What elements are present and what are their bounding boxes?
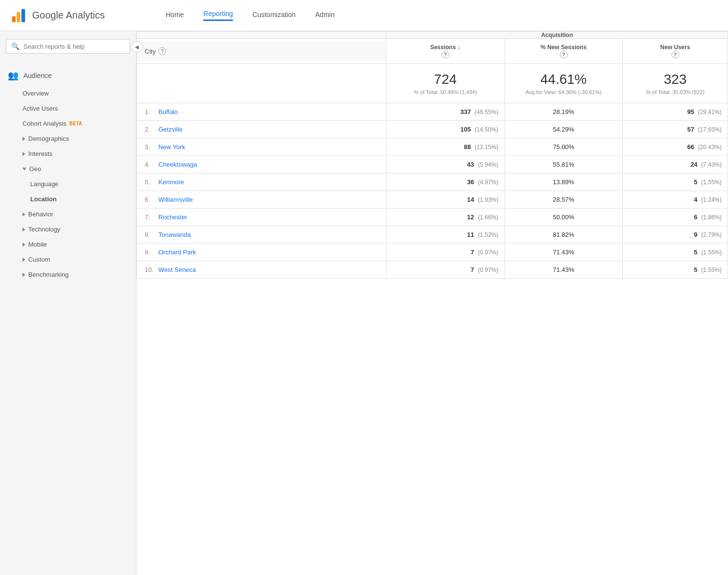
table-row: 7. Rochester 12 (1.66%) 50.00% 6 (1.86%) <box>137 209 728 226</box>
sidebar-item-mobile[interactable]: Mobile <box>0 237 136 252</box>
sessions-pct: (4.97%) <box>478 179 498 186</box>
sidebar-item-technology[interactable]: Technology <box>0 222 136 237</box>
sessions-pct: (14.50%) <box>475 126 498 133</box>
new-users-cell: 5 (1.55%) <box>623 261 728 279</box>
ga-logo-icon <box>10 7 27 24</box>
nav-admin[interactable]: Admin <box>315 11 335 20</box>
sessions-pct: (1.52%) <box>478 231 498 238</box>
svg-rect-2 <box>21 9 25 22</box>
new-users-pct: (1.86%) <box>701 214 722 221</box>
table-row: 9. Orchard Park 7 (0.97%) 71.43% 5 (1.55… <box>137 244 728 261</box>
nav-reporting[interactable]: Reporting <box>203 10 233 21</box>
new-users-value: 66 <box>687 143 694 151</box>
sidebar-item-cohort-analysis[interactable]: Cohort Analysis BETA <box>0 116 136 131</box>
audience-title: Audience <box>23 72 52 79</box>
city-link[interactable]: Buffalo <box>158 108 178 115</box>
city-link[interactable]: Getzville <box>158 126 183 133</box>
sidebar-item-overview[interactable]: Overview <box>0 86 136 101</box>
city-link[interactable]: Williamsville <box>158 196 193 203</box>
new-users-cell: 57 (17.65%) <box>623 121 728 138</box>
new-users-value: 5 <box>694 266 697 273</box>
new-users-pct: (2.79%) <box>701 231 722 238</box>
behavior-triangle-icon <box>22 212 25 216</box>
new-users-cell: 5 (1.55%) <box>623 244 728 261</box>
new-sessions-cell: 71.43% <box>504 261 623 279</box>
sidebar-item-custom[interactable]: Custom <box>0 252 136 267</box>
new-users-help-icon[interactable]: ? <box>671 51 679 58</box>
new-users-value: 4 <box>694 196 697 203</box>
city-help-icon[interactable]: ? <box>158 47 166 55</box>
sidebar-item-location[interactable]: Location <box>0 192 136 207</box>
search-box[interactable]: 🔍 <box>6 39 130 54</box>
sidebar-collapse-button[interactable]: ◀ <box>131 41 143 53</box>
search-input[interactable] <box>23 43 125 50</box>
logo-area: Google Analytics <box>10 7 166 24</box>
new-users-pct: (7.43%) <box>701 161 722 168</box>
row-number: 4. <box>145 161 154 168</box>
new-users-cell: 5 (1.55%) <box>623 173 728 191</box>
new-users-pct: (1.55%) <box>701 249 722 256</box>
sessions-column-header[interactable]: Sessions ↓ ? <box>386 39 505 64</box>
sessions-value: 12 <box>467 213 474 221</box>
table-row: 2. Getzville 105 (14.50%) 54.29% 57 (17.… <box>137 121 728 138</box>
city-link[interactable]: Kenmore <box>158 178 184 186</box>
demographics-triangle-icon <box>22 137 25 141</box>
city-link[interactable]: Rochester <box>158 213 187 221</box>
sidebar-item-interests[interactable]: Interests <box>0 146 136 161</box>
new-sessions-cell: 54.29% <box>504 121 623 138</box>
sessions-value: 14 <box>467 196 474 203</box>
row-number: 8. <box>145 231 154 238</box>
city-link[interactable]: New York <box>158 143 185 151</box>
sidebar-item-demographics[interactable]: Demographics <box>0 131 136 146</box>
new-sessions-cell: 71.43% <box>504 244 623 261</box>
new-users-cell: 6 (1.86%) <box>623 209 728 226</box>
new-users-column-header: New Users ? <box>623 39 728 64</box>
table-row: 5. Kenmore 36 (4.97%) 13.89% 5 (1.55%) <box>137 173 728 191</box>
sidebar-item-geo[interactable]: Geo <box>0 161 136 176</box>
city-link[interactable]: Orchard Park <box>158 249 196 256</box>
new-sessions-cell: 75.00% <box>504 138 623 156</box>
city-link[interactable]: Cheektowaga <box>158 161 197 168</box>
acquisition-header: Acquisition <box>386 32 728 39</box>
sessions-value: 36 <box>467 178 474 186</box>
benchmarking-triangle-icon <box>22 273 25 277</box>
logo-text: Google Analytics <box>32 10 105 21</box>
new-users-pct: (17.65%) <box>698 126 722 133</box>
sessions-cell: 14 (1.93%) <box>386 191 505 209</box>
new-sessions-cell: 28.57% <box>504 191 623 209</box>
main-layout: ◀ 🔍 👥 Audience Overview Active Users Coh… <box>0 31 728 575</box>
nav-home[interactable]: Home <box>166 11 184 20</box>
nav-customization[interactable]: Customization <box>252 11 296 20</box>
sessions-value: 105 <box>460 126 471 133</box>
sidebar-item-active-users[interactable]: Active Users <box>0 101 136 116</box>
sessions-help-icon[interactable]: ? <box>441 51 449 58</box>
top-nav: Google Analytics Home Reporting Customiz… <box>0 0 728 31</box>
new-sessions-cell: 28.19% <box>504 103 623 121</box>
row-number: 1. <box>145 108 154 115</box>
new-users-pct: (1.55%) <box>701 267 722 273</box>
search-icon: 🔍 <box>11 42 19 50</box>
table-row: 4. Cheektowaga 43 (5.94%) 55.81% 24 (7.4… <box>137 156 728 173</box>
sidebar-item-behavior[interactable]: Behavior <box>0 207 136 222</box>
city-link[interactable]: West Seneca <box>158 266 196 273</box>
new-sessions-column-header: % New Sessions ? <box>504 39 623 64</box>
new-users-value: 9 <box>694 231 697 238</box>
city-header-spacer <box>137 32 386 39</box>
city-link[interactable]: Tonawanda <box>158 231 191 238</box>
interests-triangle-icon <box>22 152 25 156</box>
row-number: 5. <box>145 178 154 186</box>
sessions-pct: (0.97%) <box>478 267 498 273</box>
audience-header[interactable]: 👥 Audience <box>0 65 136 86</box>
city-column-header: City ? <box>137 39 386 64</box>
summary-new-sessions: 44.61% Avg for View: 64.30% (-30.61%) <box>504 64 623 103</box>
sidebar-item-language[interactable]: Language <box>0 176 136 192</box>
custom-triangle-icon <box>22 258 25 262</box>
sessions-sort-icon: ↓ <box>458 44 460 51</box>
summary-new-users-sub: % of Total: 35.03% (922) <box>629 89 722 95</box>
technology-triangle-icon <box>22 228 25 231</box>
content-area: Acquisition City ? Sessions ↓ <box>136 31 728 575</box>
sessions-value: 7 <box>471 266 474 273</box>
sidebar-item-benchmarking[interactable]: Benchmarking <box>0 267 136 282</box>
mobile-triangle-icon <box>22 243 25 247</box>
new-sessions-help-icon[interactable]: ? <box>560 51 568 58</box>
